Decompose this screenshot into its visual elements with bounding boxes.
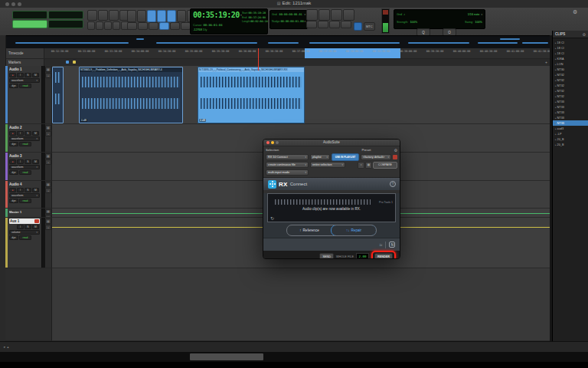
transport-locate-button[interactable] (318, 21, 328, 28)
edit-mode-button[interactable] (12, 11, 47, 19)
clip-list-item[interactable]: ▸ NT33 (553, 115, 588, 120)
clip-list-item[interactable]: ▸ 20_B (553, 142, 588, 147)
solo-button[interactable]: S (24, 159, 31, 164)
send-button[interactable]: SEND (319, 253, 334, 259)
transport-button[interactable] (318, 9, 330, 21)
playlist-icon[interactable]: ▤ (45, 125, 51, 130)
clip-list-item[interactable]: ▸ 18 Cl (553, 45, 588, 51)
phase-button[interactable]: ↕ (358, 162, 364, 169)
bottom-tab[interactable] (8, 353, 75, 360)
plugin-automation-button[interactable] (393, 155, 397, 159)
toolbar-gear-icon[interactable]: ⚙ (573, 9, 577, 15)
track-header[interactable]: Master 1 ● I S M ▾ dyn read (5, 209, 52, 218)
solo-button[interactable]: S (24, 225, 31, 229)
clip-list-item[interactable]: ▸ LON (553, 61, 588, 67)
track-name[interactable]: Audio 1 (9, 67, 40, 72)
track-header[interactable]: Audio 1 ● I S M waveform▾ dyn read (5, 66, 52, 124)
edit-mode-button[interactable] (48, 20, 83, 28)
edit-tool-icon[interactable] (137, 10, 146, 22)
track-view-selector[interactable]: waveform▾ (9, 78, 40, 83)
edit-tool-secondary-icon[interactable] (127, 22, 137, 30)
disclosure-triangle-icon[interactable]: ▸ (555, 106, 557, 109)
clip-list-item[interactable]: ▸ NT30 (553, 67, 588, 72)
edit-tool-icon[interactable] (147, 10, 156, 22)
disclosure-triangle-icon[interactable]: ▸ (555, 47, 557, 50)
zoom-preset-button[interactable] (96, 21, 103, 30)
track-header[interactable]: Audio 3 ● I S M waveform▾ dyn read (5, 153, 52, 181)
transport-button[interactable] (343, 9, 354, 21)
track-view-selector[interactable]: waveform▾ (9, 136, 40, 141)
edit-tool-icon[interactable] (177, 10, 186, 22)
clip-list-item[interactable]: ▸ NT33 (553, 110, 588, 115)
dyn-button[interactable]: dyn (9, 84, 18, 88)
automation-mode-button[interactable]: read (19, 170, 31, 175)
bottom-bar-icons[interactable]: ▸▴ (4, 345, 11, 349)
mute-button[interactable]: M (32, 159, 39, 164)
timecode-ruler[interactable]: 00:32:30:0000:33:00:0000:33:30:0000:34:0… (5, 48, 550, 59)
input-monitor-button[interactable]: I (17, 159, 24, 164)
clip-list-item[interactable]: ▸ 18 Cl (553, 40, 588, 45)
input-mode-selector[interactable]: multi-input mode▾ (266, 169, 309, 176)
transport-locate-button[interactable] (341, 21, 351, 28)
bottom-tab[interactable] (190, 353, 263, 360)
track-name[interactable]: Master 1 (9, 209, 40, 215)
selection-reference-selector[interactable]: playlist▾ (310, 154, 330, 160)
zoom-tool-icon[interactable] (87, 10, 97, 21)
clip-list-item[interactable]: ▸ NT32 (553, 72, 588, 77)
disclosure-triangle-icon[interactable]: ▸ (555, 74, 557, 77)
disclosure-triangle-icon[interactable]: ▸ (555, 68, 557, 71)
disclosure-triangle-icon[interactable]: ▸ (555, 84, 557, 87)
automation-mode-button[interactable]: read (19, 199, 31, 203)
clip-list-item[interactable]: ▸ NT32 (553, 94, 588, 99)
automation-mode-button[interactable]: read (19, 84, 31, 88)
mute-button[interactable]: M (32, 73, 39, 77)
playlist-icon[interactable]: ▤ (45, 209, 51, 214)
clip-list-item[interactable]: ▸ 18 Cl (553, 51, 588, 56)
track-header[interactable]: ● I S M ▾ dyn ▤ + (5, 268, 52, 341)
clip-list-item[interactable]: ▸ NT32 (553, 88, 588, 94)
mute-button[interactable]: M (32, 131, 39, 136)
track-name[interactable]: Audio 2 (9, 125, 40, 130)
disclosure-triangle-icon[interactable]: ▸ (555, 63, 557, 66)
edit-tool-icon[interactable] (167, 10, 176, 22)
clip-list-item[interactable]: ▸ -LP (553, 131, 588, 136)
zoom-preset-button[interactable] (104, 21, 112, 30)
track-name[interactable]: Audio 3 (9, 153, 40, 159)
grid-nudge-panel[interactable]: Grid00:00:00:00.01▾ Nudge00:00:00:01.00▾ (270, 10, 308, 29)
file-mode-selector[interactable]: create continuous file▾ (266, 162, 309, 168)
audio-clip[interactable] (52, 67, 64, 123)
record-enable-button[interactable]: ● (9, 159, 16, 164)
dyn-button[interactable]: dyn (9, 142, 18, 146)
transport-locate-button[interactable] (306, 21, 317, 28)
track-header[interactable]: Aux 1 ● I S M volume▾ dyn read (5, 218, 52, 268)
edit-mode-button[interactable] (12, 20, 47, 28)
mtc-button[interactable]: MTC (364, 22, 375, 31)
playlist-icon[interactable]: ▤ (45, 219, 51, 224)
track-view-selector[interactable]: waveform▾ (9, 165, 40, 169)
mute-button[interactable]: M (32, 225, 39, 229)
chevron-down-icon[interactable]: ▾ (304, 18, 305, 25)
preset-selector[interactable]: <factory default>▾ (361, 154, 391, 160)
edit-tool-secondary-icon[interactable] (170, 22, 180, 30)
disclosure-triangle-icon[interactable]: ▸ (555, 133, 557, 136)
disclosure-triangle-icon[interactable]: ▸ (555, 122, 557, 125)
universe-view[interactable] (5, 35, 551, 49)
memory-location-marker[interactable] (73, 61, 76, 64)
clip-list-item[interactable]: ▸ NT33 (553, 99, 588, 104)
clip-list-item[interactable]: ▸ NT33 (553, 120, 588, 126)
render-button[interactable]: RENDER (374, 253, 393, 259)
dialog-traffic-lights[interactable] (266, 141, 279, 144)
clip-list-item[interactable]: ▸ KIRA (553, 56, 588, 61)
dyn-button[interactable]: dyn (9, 199, 18, 203)
edit-mode-button[interactable] (48, 11, 83, 19)
clip-list-item[interactable]: ▸ NT33 (553, 104, 588, 110)
transport-button[interactable] (331, 9, 342, 21)
track-name[interactable]: Aux 1 (9, 219, 40, 224)
add-lane-icon[interactable]: + (45, 225, 51, 230)
add-lane-icon[interactable]: + (45, 131, 51, 136)
compare-button[interactable]: COMPARE (373, 162, 397, 169)
dyn-button[interactable]: dyn (9, 235, 18, 240)
reference-button[interactable]: ↑Reference (287, 225, 332, 235)
process-mode-selector[interactable]: entire selection▾ (310, 162, 345, 168)
track-view-selector[interactable]: waveform▾ (9, 193, 40, 198)
